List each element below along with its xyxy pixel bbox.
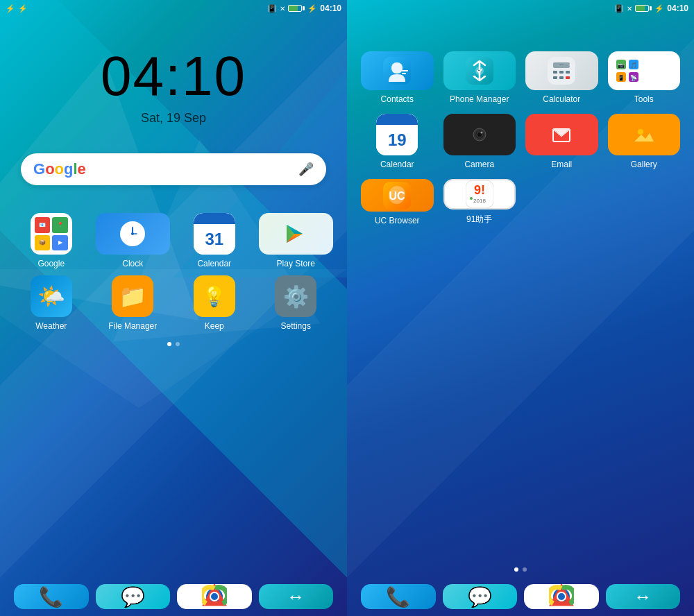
app-assist91[interactable]: 9! 2018 91助手 (443, 179, 516, 225)
svg-text:🎵: 🎵 (630, 62, 637, 69)
status-right: 📳 ✕ ⚡ 04:10 (267, 3, 341, 13)
left-page-dots (0, 342, 347, 346)
svg-rect-38 (632, 122, 657, 147)
dock-transfer[interactable]: ↔️ (259, 584, 334, 609)
right-panel: 📳 ✕ ⚡ 04:10 (347, 0, 694, 616)
app-icon-weather: 🌤️ (31, 275, 72, 317)
app-icon-tools: 📷 🎵 📱 📡 (608, 51, 681, 90)
app-icon-contacts (361, 51, 434, 90)
dock-phone[interactable]: 📞 (14, 584, 89, 609)
app-google[interactable]: 📧 📍 📦 ▶ Google (14, 213, 89, 268)
app-icon-clock (96, 213, 171, 255)
svg-point-33 (480, 132, 482, 134)
svg-text:9!: 9! (474, 183, 485, 197)
app-camera[interactable]: Camera (443, 114, 516, 169)
app-label-ucbrowser: UC Browser (375, 216, 420, 225)
app-label-playstore: Play Store (277, 259, 315, 268)
svg-rect-13 (553, 71, 557, 74)
svg-point-49 (558, 593, 565, 600)
app-label-camera: Camera (464, 160, 494, 169)
svg-point-3 (131, 232, 134, 235)
app-label-calendar-right: Calendar (380, 160, 414, 169)
mic-icon[interactable]: 🎤 (298, 162, 314, 177)
svg-text:2018: 2018 (473, 198, 486, 204)
dock-chrome[interactable] (177, 584, 252, 609)
app-settings[interactable]: ⚙️ Settings (259, 275, 334, 331)
svg-rect-14 (559, 71, 564, 74)
dock-icon-chrome (177, 584, 252, 609)
svg-text:📡: 📡 (630, 74, 637, 81)
status-time-right: 04:10 (667, 3, 688, 13)
right-apps-grid: Contacts Phone Manager (347, 17, 694, 232)
svg-text:+: + (568, 62, 571, 67)
app-icon-email (525, 114, 598, 155)
svg-text:—: — (559, 62, 564, 67)
right-page-dots (347, 567, 694, 572)
app-icon-ucbrowser: UC (361, 179, 434, 212)
right-dot-2 (523, 567, 527, 572)
app-icon-calculator: + — (525, 51, 598, 90)
app-icon-calendar-right: 19 (376, 114, 418, 155)
left-apps-grid: 📧 📍 📦 ▶ Google Cl (0, 206, 347, 338)
app-icon-playstore (259, 213, 334, 255)
app-label-keep: Keep (205, 321, 224, 331)
app-calculator[interactable]: + — Calculator (525, 51, 598, 104)
svg-text:📷: 📷 (618, 62, 625, 69)
app-label-email: Email (551, 160, 572, 169)
clock-face (120, 221, 145, 246)
app-label-weather: Weather (35, 321, 67, 331)
calendar-number: 31 (194, 224, 235, 255)
battery-icon (288, 5, 305, 12)
vibrate-icon: 📳 (267, 4, 277, 13)
app-weather[interactable]: 🌤️ Weather (14, 275, 89, 331)
svg-point-39 (638, 129, 643, 135)
app-label-calendar: Calendar (197, 259, 231, 268)
status-bar-right: 📳 ✕ ⚡ 04:10 (347, 0, 694, 17)
app-label-settings: Settings (281, 321, 311, 331)
app-icon-camera (443, 114, 516, 155)
dock-messages-right[interactable]: 💬 (443, 584, 518, 609)
dock-icon-phone-right: 📞 (361, 584, 436, 609)
clock-time: 04:10 (0, 44, 347, 108)
dock-phone-right[interactable]: 📞 (361, 584, 436, 609)
dock-transfer-right[interactable]: ↔️ (606, 584, 681, 609)
status-bar-left: ⚡ ⚡ 📳 ✕ ⚡ 04:10 (0, 0, 347, 17)
dock-messages[interactable]: 💬 (96, 584, 171, 609)
app-ucbrowser[interactable]: UC UC Browser (361, 179, 434, 225)
app-icon-calendar: 31 (194, 213, 235, 255)
dock-icon-chrome-right (524, 584, 599, 609)
app-phonemanager[interactable]: Phone Manager (443, 51, 516, 104)
vibrate-icon-r: 📳 (614, 4, 624, 13)
app-email[interactable]: Email (525, 114, 598, 169)
dock-chrome-right[interactable] (524, 584, 599, 609)
app-label-assist91: 91助手 (466, 214, 492, 225)
app-label-phonemanager: Phone Manager (450, 94, 509, 104)
svg-rect-17 (559, 76, 564, 79)
dot-2 (176, 342, 180, 346)
usb-icon: ⚡ (6, 4, 15, 13)
app-tools[interactable]: 📷 🎵 📱 📡 Tools (608, 51, 681, 104)
app-gallery[interactable]: Gallery (608, 114, 681, 169)
app-playstore[interactable]: Play Store (259, 213, 334, 268)
charge-icon: ⚡ (307, 4, 317, 13)
dock-icon-phone: 📞 (14, 584, 89, 609)
app-clock[interactable]: Clock (96, 213, 171, 268)
app-label-clock: Clock (122, 259, 143, 268)
google-search-bar[interactable]: Google 🎤 (21, 153, 326, 185)
app-filemanager[interactable]: 📁 File Manager (96, 275, 171, 331)
app-calendar-right[interactable]: 19 Calendar (361, 114, 434, 169)
left-panel: ⚡ ⚡ 📳 ✕ ⚡ 04:10 04:10 Sat, 19 Sep Google… (0, 0, 347, 616)
app-keep[interactable]: 💡 Keep (177, 275, 252, 331)
app-icon-google: 📧 📍 📦 ▶ (31, 213, 72, 255)
calendar-right-number: 19 (376, 125, 418, 155)
dot-1 (167, 342, 171, 346)
app-icon-gallery (608, 114, 681, 155)
app-calendar[interactable]: 31 Calendar (177, 213, 252, 268)
svg-rect-18 (566, 76, 570, 79)
charge-icon-r: ⚡ (654, 4, 664, 13)
app-contacts[interactable]: Contacts (361, 51, 434, 104)
right-dot-1 (514, 567, 518, 572)
dock-icon-transfer: ↔️ (259, 584, 334, 609)
app-label-filemanager: File Manager (108, 321, 157, 331)
svg-point-7 (211, 593, 218, 600)
